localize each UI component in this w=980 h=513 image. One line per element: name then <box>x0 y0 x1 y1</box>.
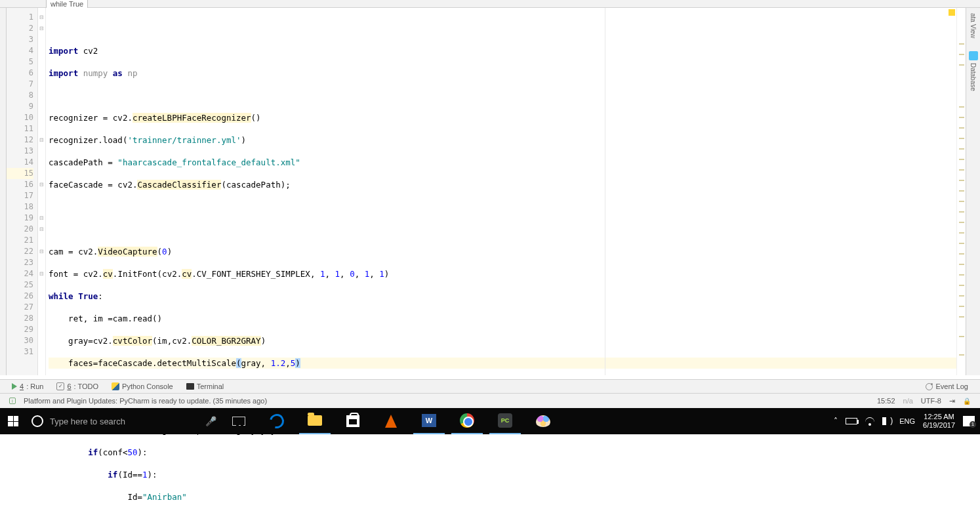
taskview-icon <box>232 417 245 426</box>
task-view-button[interactable] <box>223 408 255 434</box>
right-strip-dataview[interactable]: ata View <box>970 13 977 38</box>
cursor-position[interactable]: 15:52 <box>877 397 895 405</box>
terminal-icon <box>186 383 194 390</box>
encoding[interactable]: UTF-8 <box>921 397 941 405</box>
app-vlc[interactable] <box>375 408 407 434</box>
input-language[interactable]: ENG <box>899 417 915 425</box>
line-sep[interactable]: n/a <box>903 397 913 405</box>
right-strip-database[interactable]: Database <box>970 63 977 91</box>
error-stripe[interactable] <box>956 8 966 375</box>
vlc-icon <box>385 415 397 428</box>
todo-icon: ✓ <box>56 382 64 390</box>
taskbar-search[interactable]: Type here to search 🎤 <box>26 408 223 434</box>
tab-python-console[interactable]: Python Console <box>105 382 180 390</box>
cortana-icon <box>31 415 43 427</box>
code-editor: 1234567891011121314151617181920212223242… <box>7 8 966 375</box>
run-icon <box>12 383 17 390</box>
python-icon <box>112 382 119 390</box>
app-file-explorer[interactable] <box>299 408 331 434</box>
event-log-icon <box>926 383 933 390</box>
edge-icon <box>267 411 287 431</box>
chrome-icon <box>460 413 474 428</box>
lock-icon[interactable]: 🔒 <box>963 398 971 405</box>
wifi-icon[interactable] <box>865 417 874 426</box>
system-tray: ˄ ENG 12:25 AM 6/19/2017 <box>834 413 980 430</box>
windows-taskbar: Type here to search 🎤 W PC ˄ ENG 12:25 A… <box>0 408 980 434</box>
app-pycharm[interactable]: PC <box>489 408 521 434</box>
tab-todo[interactable]: ✓6: TODO <box>50 382 105 390</box>
windows-logo-icon <box>8 416 18 426</box>
right-tool-strip: ata View Database <box>966 8 980 375</box>
left-tool-strip[interactable] <box>0 8 7 375</box>
database-icon[interactable] <box>969 51 978 60</box>
fold-column[interactable]: ⊟⊟⊟⊟⊟⊟⊟⊟ <box>38 8 46 375</box>
store-icon <box>346 415 359 427</box>
taskbar-apps: W PC <box>255 408 559 434</box>
app-paint[interactable] <box>527 408 559 434</box>
info-icon: i <box>9 398 16 404</box>
breadcrumb-bar: while True <box>0 0 980 8</box>
insert-indicator[interactable]: ⇥ <box>949 397 955 405</box>
app-store[interactable] <box>337 408 369 434</box>
battery-icon[interactable] <box>846 418 857 424</box>
word-icon: W <box>422 414 436 427</box>
app-edge[interactable] <box>261 408 293 434</box>
app-chrome[interactable] <box>451 408 483 434</box>
status-bar: i Platform and Plugin Updates: PyCharm i… <box>0 394 980 408</box>
clock-time: 12:25 AM <box>923 413 955 421</box>
paint-icon <box>536 415 550 427</box>
app-word[interactable]: W <box>413 408 445 434</box>
tab-terminal[interactable]: Terminal <box>180 382 231 390</box>
start-button[interactable] <box>0 408 26 434</box>
bottom-tool-tabs: 44: Run: Run ✓6: TODO Python Console Ter… <box>0 379 980 394</box>
tab-event-log[interactable]: Event Log <box>919 382 975 390</box>
sound-icon[interactable] <box>882 417 891 425</box>
breadcrumb-context[interactable]: while True <box>46 0 88 9</box>
search-placeholder: Type here to search <box>50 417 125 426</box>
pycharm-icon: PC <box>498 413 512 428</box>
analysis-indicator[interactable] <box>949 9 955 16</box>
mic-icon[interactable]: 🎤 <box>205 416 216 426</box>
folder-icon <box>308 415 322 426</box>
column-guide <box>605 8 605 375</box>
code-area[interactable]: import import cv2cv2 import numpy as np … <box>46 8 956 375</box>
tray-overflow[interactable]: ˄ <box>834 417 838 426</box>
clock-date: 6/19/2017 <box>923 421 955 430</box>
clock[interactable]: 12:25 AM 6/19/2017 <box>923 413 955 430</box>
tab-run[interactable]: 44: Run: Run <box>5 382 50 390</box>
status-message[interactable]: Platform and Plugin Updates: PyCharm is … <box>24 397 267 405</box>
line-gutter[interactable]: 1234567891011121314151617181920212223242… <box>7 8 38 375</box>
action-center-icon[interactable] <box>963 416 975 426</box>
